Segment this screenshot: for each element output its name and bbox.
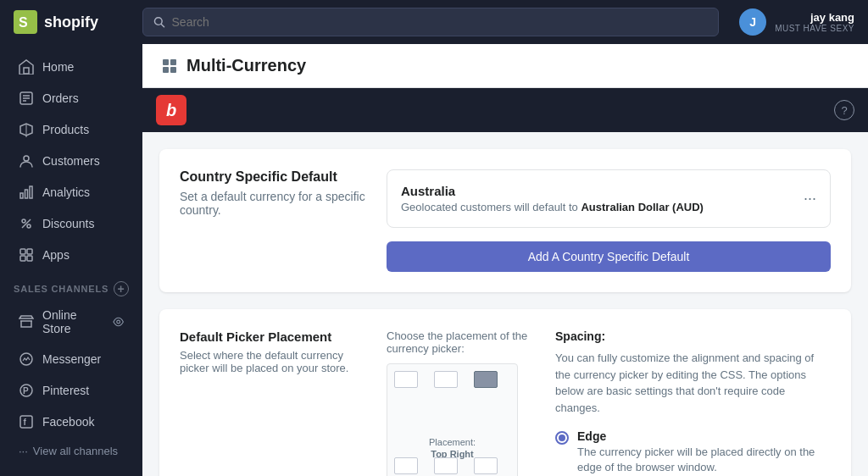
sidebar-item-apps[interactable]: Apps [5,240,137,270]
country-default-right: Australia Geolocated customers will defa… [387,169,831,272]
country-info: Australia Geolocated customers will defa… [401,184,704,213]
user-area: J jay kang MUST HAVE SEXY [739,8,854,36]
spacing-description: You can fully customize the alignment an… [555,350,831,416]
svg-rect-17 [20,249,25,254]
svg-point-10 [24,156,29,161]
picker-pos-bottom-center[interactable] [434,457,458,474]
picker-pos-bottom-left[interactable] [394,457,418,474]
edge-option[interactable]: Edge The currency picker will be placed … [555,429,831,475]
sidebar-item-orders[interactable]: Orders [5,83,137,113]
picker-grid: Placement: Top Right [387,363,518,476]
svg-rect-13 [30,186,32,198]
store-icon [19,314,34,329]
home-icon [19,59,34,75]
spacing-title: Spacing: [555,329,831,343]
sidebar-label-home: Home [42,60,74,74]
country-default-layout: Country Specific Default Set a default c… [180,169,831,272]
svg-text:P: P [23,386,29,396]
svg-line-16 [22,219,31,228]
placement-label: Placement: [387,437,517,447]
sidebar-item-discounts[interactable]: Discounts [5,208,137,239]
placement-left: Default Picker Placement Select where th… [180,329,366,374]
edge-radio[interactable] [555,431,569,445]
edge-description: The currency picker will be placed direc… [577,445,831,475]
brand-name: shopify [44,14,98,31]
shopify-logo-icon: S [14,10,37,34]
picker-pos-top-center[interactable] [434,371,458,388]
sales-channels-section: SALES CHANNELS + [0,271,142,300]
search-input[interactable] [172,15,709,29]
placement-layout: Default Picker Placement Select where th… [180,329,831,476]
facebook-icon: f [19,414,34,429]
country-options-button[interactable]: ··· [804,190,816,208]
sidebar-label-facebook: Facebook [42,415,94,429]
pinterest-icon: P [19,383,34,398]
messenger-icon [19,351,34,367]
country-desc: Geolocated customers will default to Aus… [401,201,704,213]
sales-channels-label: SALES CHANNELS [14,284,108,294]
sidebar-item-settings[interactable]: Settings [5,471,137,476]
svg-rect-25 [20,416,32,428]
customers-icon [19,153,34,169]
svg-rect-20 [27,256,32,261]
view-all-channels[interactable]: ··· View all channels [5,438,137,464]
svg-point-21 [116,320,120,324]
svg-rect-12 [25,190,28,198]
placement-section-title: Default Picker Placement [180,329,366,344]
sidebar-item-customers[interactable]: Customers [5,146,137,176]
svg-text:S: S [19,15,28,30]
svg-rect-19 [20,256,25,261]
placement-center: Choose the placement of the currency pic… [387,329,535,476]
sidebar-item-analytics[interactable]: Analytics [5,177,137,208]
help-button[interactable]: ? [834,100,854,120]
avatar: J [739,8,766,36]
sidebar-label-customers: Customers [42,154,100,168]
placement-right: Spacing: You can fully customize the ali… [555,329,831,476]
sidebar-item-products[interactable]: Products [5,114,137,145]
sidebar-item-messenger[interactable]: Messenger [5,344,137,374]
country-default-left: Country Specific Default Set a default c… [180,169,366,234]
analytics-icon [19,185,34,200]
search-icon [153,16,165,28]
user-name: jay kang [775,11,854,24]
country-section-subtitle: Set a default currency for a specific co… [180,190,366,217]
app-logo: b [156,95,186,125]
add-channel-button[interactable]: + [114,281,129,296]
multi-currency-icon [163,59,176,73]
sidebar-label-analytics: Analytics [42,185,90,199]
picker-bottom-row [394,457,510,474]
picker-label: Choose the placement of the currency pic… [387,329,535,355]
sidebar-item-home[interactable]: Home [5,52,137,82]
apps-icon [19,247,34,263]
picker-pos-bottom-right[interactable] [474,457,498,474]
sidebar-item-online-store[interactable]: Online Store [5,301,137,343]
user-info: jay kang MUST HAVE SEXY [775,11,854,33]
sidebar-label-pinterest: Pinterest [42,384,89,397]
products-icon [19,122,34,137]
page-header: Multi-Currency [142,44,868,88]
picker-pos-top-left[interactable] [394,371,418,388]
discounts-icon [19,216,34,231]
svg-rect-11 [20,193,23,198]
page-header-icon [163,59,176,73]
page-title: Multi-Currency [186,56,306,75]
logo-area: S shopify [14,10,132,34]
placement-card: Default Picker Placement Select where th… [159,309,851,476]
app-banner: b ? [142,88,868,132]
sidebar-item-facebook[interactable]: f Facebook [5,407,137,437]
placement-section-subtitle: Select where the default currency picker… [180,349,366,374]
view-all-label: View all channels [33,445,118,457]
edge-label: Edge [577,429,831,443]
sidebar-label-products: Products [42,123,89,136]
picker-top-row [394,371,510,388]
search-bar[interactable] [142,8,719,36]
australia-country-item: Australia Geolocated customers will defa… [387,169,831,228]
sidebar-item-pinterest[interactable]: P Pinterest [5,375,137,406]
picker-pos-top-right[interactable] [474,371,498,388]
add-country-button[interactable]: Add A Country Specific Default [387,241,831,272]
country-desc-text: Geolocated customers will default to [401,201,578,213]
country-name: Australia [401,184,704,198]
sidebar-label-discounts: Discounts [42,217,94,230]
orders-icon [19,91,34,106]
edge-option-text: Edge The currency picker will be placed … [577,429,831,475]
